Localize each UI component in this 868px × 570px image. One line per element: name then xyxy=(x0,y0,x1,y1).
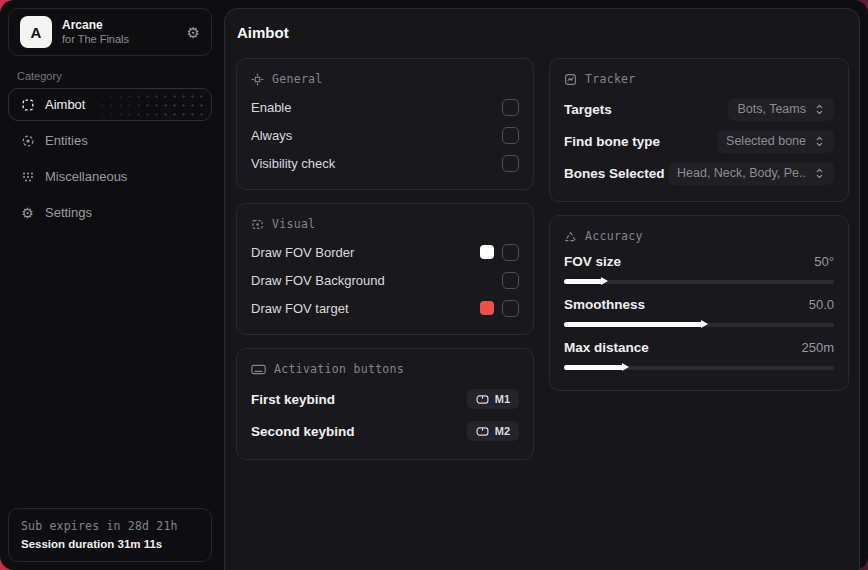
gear-icon[interactable]: ⚙ xyxy=(187,25,200,40)
card-header-label: Activation buttons xyxy=(274,362,404,376)
setting-row-first-keybind: First keybind M1 xyxy=(251,383,519,415)
triangle-icon xyxy=(564,230,577,243)
left-column: General Enable Always Visibility check xyxy=(236,58,534,460)
max-distance-slider-group: Max distance 250m xyxy=(564,336,834,372)
setting-row-bones-selected: Bones Selected Head, Neck, Body, Pe.. xyxy=(564,157,834,189)
scan-target-icon xyxy=(20,133,35,148)
app-subtitle: for The Finals xyxy=(62,33,129,46)
setting-label: Bones Selected xyxy=(564,166,665,181)
app-window: A Arcane for The Finals ⚙ Category Aimbo… xyxy=(0,0,868,570)
setting-label: Draw FOV target xyxy=(251,301,349,316)
slider-value: 50° xyxy=(814,254,834,269)
accuracy-card: Accuracy FOV size 50° xyxy=(549,215,849,391)
always-checkbox[interactable] xyxy=(502,127,519,144)
slider-fill[interactable] xyxy=(564,322,702,327)
gear-icon: ⚙ xyxy=(20,205,35,220)
sidebar-nav: Aimbot Entities xyxy=(8,88,212,229)
slider-fill[interactable] xyxy=(564,365,623,370)
sidebar-item-label: Miscellaneous xyxy=(45,169,127,184)
setting-label: Find bone type xyxy=(564,134,660,149)
sidebar-item-label: Settings xyxy=(45,205,92,220)
tracker-card-header: Tracker xyxy=(564,72,834,86)
brand-card: A Arcane for The Finals ⚙ xyxy=(8,8,212,56)
general-card-header: General xyxy=(251,72,519,86)
sub-expiry-text: Sub expires in 28d 21h xyxy=(21,519,199,533)
setting-label: Visibility check xyxy=(251,156,335,171)
setting-row-always: Always xyxy=(251,121,519,149)
setting-label: Draw FOV Background xyxy=(251,273,385,288)
setting-label: Second keybind xyxy=(251,424,355,439)
fov-size-slider[interactable] xyxy=(564,277,834,286)
slider-value: 250m xyxy=(801,340,834,355)
visibility-check-checkbox[interactable] xyxy=(502,155,519,172)
second-keybind-button[interactable]: M2 xyxy=(467,421,519,441)
sidebar-item-miscellaneous[interactable]: Miscellaneous xyxy=(8,160,212,193)
setting-row-targets: Targets Bots, Teams xyxy=(564,93,834,125)
select-value: Selected bone xyxy=(726,134,806,148)
slider-value: 50.0 xyxy=(809,297,834,312)
setting-label: Max distance xyxy=(564,340,649,355)
mouse-icon xyxy=(476,427,489,436)
visual-card: Visual Draw FOV Border Draw FOV Backgrou… xyxy=(236,203,534,335)
card-header-label: Tracker xyxy=(585,72,636,86)
setting-row-second-keybind: Second keybind M2 xyxy=(251,415,519,447)
select-value: Bots, Teams xyxy=(737,102,806,116)
targets-select[interactable]: Bots, Teams xyxy=(728,98,834,121)
accuracy-card-header: Accuracy xyxy=(564,229,834,243)
app-logo-letter: A xyxy=(31,24,42,41)
category-label: Category xyxy=(17,70,62,82)
first-keybind-button[interactable]: M1 xyxy=(467,389,519,409)
bones-selected-select[interactable]: Head, Neck, Body, Pe.. xyxy=(668,162,834,185)
main-panel: Aimbot General xyxy=(224,8,860,570)
mouse-icon xyxy=(476,395,489,404)
fov-size-slider-group: FOV size 50° xyxy=(564,250,834,286)
visual-icon xyxy=(251,218,264,231)
setting-controls xyxy=(480,244,519,261)
sidebar-item-settings[interactable]: ⚙ Settings xyxy=(8,196,212,229)
smoothness-slider[interactable] xyxy=(564,320,834,329)
session-duration-text: Session duration 31m 11s xyxy=(21,538,199,550)
keybind-value: M1 xyxy=(495,393,510,405)
app-name: Arcane xyxy=(62,18,129,32)
draw-fov-border-checkbox[interactable] xyxy=(502,244,519,261)
max-distance-slider[interactable] xyxy=(564,363,834,372)
unfold-icon xyxy=(814,103,825,116)
setting-label: FOV size xyxy=(564,254,621,269)
color-swatch[interactable] xyxy=(480,301,494,315)
page-title: Aimbot xyxy=(237,24,849,41)
setting-label: First keybind xyxy=(251,392,335,407)
card-columns: General Enable Always Visibility check xyxy=(236,58,849,460)
card-header-label: Accuracy xyxy=(585,229,643,243)
setting-label: Smoothness xyxy=(564,297,645,312)
tracker-icon xyxy=(564,73,577,86)
slider-head: FOV size 50° xyxy=(564,250,834,272)
smoothness-slider-group: Smoothness 50.0 xyxy=(564,293,834,329)
find-bone-type-select[interactable]: Selected bone xyxy=(717,130,834,153)
activation-card-header: Activation buttons xyxy=(251,362,519,376)
app-logo: A xyxy=(20,16,52,48)
card-header-label: Visual xyxy=(272,217,315,231)
setting-row-draw-fov-target: Draw FOV target xyxy=(251,294,519,322)
draw-fov-target-checkbox[interactable] xyxy=(502,300,519,317)
draw-fov-background-checkbox[interactable] xyxy=(502,272,519,289)
setting-label: Always xyxy=(251,128,292,143)
sidebar-item-entities[interactable]: Entities xyxy=(8,124,212,157)
general-icon xyxy=(251,73,264,86)
card-header-label: General xyxy=(272,72,323,86)
tracker-card: Tracker Targets Bots, Teams xyxy=(549,58,849,202)
setting-controls xyxy=(480,300,519,317)
sidebar-item-aimbot[interactable]: Aimbot xyxy=(8,88,212,121)
color-swatch[interactable] xyxy=(480,245,494,259)
unfold-icon xyxy=(814,135,825,148)
sidebar-item-label: Entities xyxy=(45,133,88,148)
slider-head: Max distance 250m xyxy=(564,336,834,358)
visual-card-header: Visual xyxy=(251,217,519,231)
slider-head: Smoothness 50.0 xyxy=(564,293,834,315)
slider-fill[interactable] xyxy=(564,279,602,284)
enable-checkbox[interactable] xyxy=(502,99,519,116)
general-card: General Enable Always Visibility check xyxy=(236,58,534,190)
keybind-value: M2 xyxy=(495,425,510,437)
sidebar: A Arcane for The Finals ⚙ Category Aimbo… xyxy=(0,0,220,570)
sidebar-item-label: Aimbot xyxy=(45,97,85,112)
setting-row-draw-fov-background: Draw FOV Background xyxy=(251,266,519,294)
